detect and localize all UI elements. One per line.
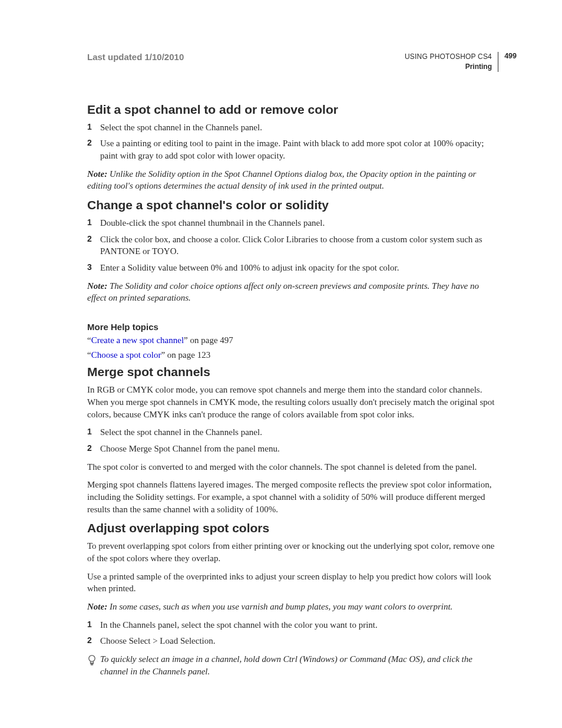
quote-open: “ [87,350,91,360]
note: Note: Unlike the Solidity option in the … [87,168,498,192]
heading-edit-spot-channel: Edit a spot channel to add or remove col… [87,103,498,117]
tip-text: To quickly select an image in a channel,… [100,653,498,677]
help-link-row: “Create a new spot channel” on page 497 [87,335,498,345]
paragraph: In RGB or CMYK color mode, you can remov… [87,384,498,420]
step-item: Choose Select > Load Selection. [87,635,498,647]
step-item: In the Channels panel, select the spot c… [87,619,498,631]
heading-adjust-overlapping: Adjust overlapping spot colors [87,521,498,535]
doc-title: USING PHOTOSHOP CS4 [405,52,492,62]
step-item: Double-click the spot channel thumbnail … [87,217,498,229]
step-item: Use a painting or editing tool to paint … [87,137,498,162]
step-item: Choose Merge Spot Channel from the panel… [87,443,498,455]
doc-meta: 499 USING PHOTOSHOP CS4 Printing [405,52,498,72]
steps-list: Select the spot channel in the Channels … [87,121,498,162]
link-suffix: ” on page 123 [161,350,210,360]
svg-point-0 [89,655,95,661]
step-item: Enter a Solidity value between 0% and 10… [87,262,498,274]
paragraph: Merging spot channels flattens layered i… [87,479,498,515]
more-help-heading: More Help topics [87,322,498,332]
step-item: Select the spot channel in the Channels … [87,121,498,134]
note-body: Unlike the Solidity option in the Spot C… [87,169,476,191]
note-label: Note: [87,281,110,291]
last-updated: Last updated 1/10/2010 [87,52,184,62]
link-create-spot-channel[interactable]: Create a new spot channel [91,335,184,345]
help-link-row: “Choose a spot color” on page 123 [87,350,498,360]
paragraph: The spot color is converted to and merge… [87,461,498,473]
paragraph: Use a printed sample of the overprinted … [87,571,498,595]
link-suffix: ” on page 497 [184,335,233,345]
steps-list: In the Channels panel, select the spot c… [87,619,498,647]
page-content: Last updated 1/10/2010 499 USING PHOTOSH… [0,0,562,713]
note: Note: The Solidity and color choice opti… [87,280,498,304]
note-body: In some cases, such as when you use varn… [110,602,452,611]
note: Note: In some cases, such as when you us… [87,601,498,613]
paragraph: To prevent overlapping spot colors from … [87,540,498,564]
step-item: Select the spot channel in the Channels … [87,426,498,439]
page-header: Last updated 1/10/2010 499 USING PHOTOSH… [87,52,498,72]
page-number: 499 [504,51,517,62]
quote-open: “ [87,335,91,345]
heading-change-spot-channel: Change a spot channel's color or solidit… [87,198,498,212]
steps-list: Select the spot channel in the Channels … [87,426,498,454]
note-label: Note: [87,169,110,179]
step-item: Click the color box, and choose a color.… [87,233,498,258]
steps-list: Double-click the spot channel thumbnail … [87,217,498,274]
note-body: The Solidity and color choice options af… [87,281,479,303]
lightbulb-icon [87,654,97,667]
doc-section: Printing [405,62,492,72]
tip-block: To quickly select an image in a channel,… [87,653,498,677]
heading-merge-spot-channels: Merge spot channels [87,365,498,379]
link-choose-spot-color[interactable]: Choose a spot color [91,350,161,360]
note-label: Note: [87,602,110,611]
